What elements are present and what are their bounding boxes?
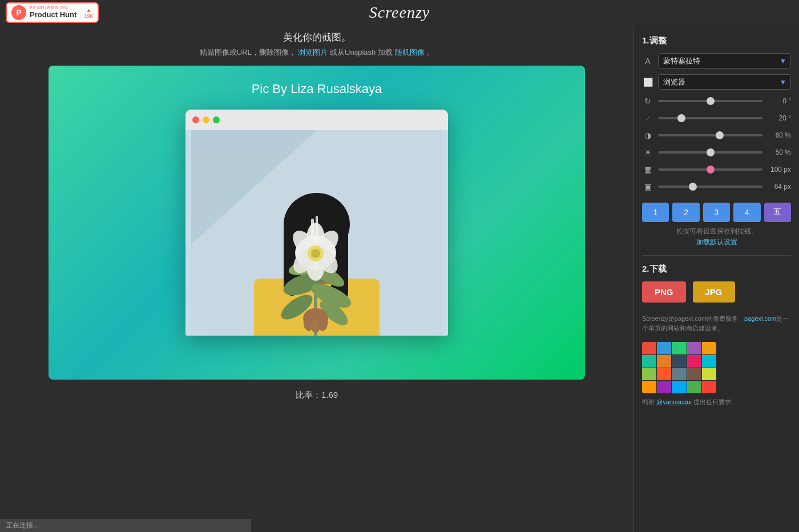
padding-slider-wrap [658, 164, 762, 175]
rotation-value: 0 ° [767, 97, 791, 105]
ph-arrow: ▲ [86, 7, 91, 13]
thumb-cell[interactable] [657, 342, 671, 354]
load-defaults-link[interactable]: 加载默认设置 [642, 237, 791, 247]
thumb-cell[interactable] [687, 342, 701, 354]
brightness-slider-wrap [658, 147, 762, 158]
font-control-row: A 蒙特塞拉特 ▼ [642, 53, 791, 68]
brightness-icon: ☀ [642, 147, 653, 158]
thumbnail-grid-container [642, 337, 791, 393]
perspective-value: 20 ° [767, 114, 791, 122]
random-link[interactable]: 随机图像 [395, 48, 425, 57]
section2-title: 2.下载 [642, 264, 791, 275]
thumb-cell[interactable] [687, 368, 701, 381]
preset-btn-1[interactable]: 1 [642, 203, 669, 222]
jpg-button[interactable]: JPG [693, 281, 735, 303]
thumb-cell[interactable] [657, 368, 671, 381]
close-dot [192, 116, 199, 123]
pagexl-link[interactable]: pagexl.com [744, 315, 776, 322]
thumb-cell[interactable] [702, 368, 716, 381]
shoutout: 鸣谢 @yannougui 提出任何要求。 [642, 398, 791, 406]
font-select[interactable]: 蒙特塞拉特 [658, 53, 791, 68]
contrast-icon: ◑ [642, 130, 653, 141]
ratio-label: 比率：1.69 [296, 390, 338, 401]
browser-frame [185, 110, 448, 336]
ph-logo: P [11, 5, 26, 20]
device-select-wrap: 浏览器 ▼ [658, 74, 791, 90]
device-control-row: ⬜ 浏览器 ▼ [642, 74, 791, 90]
svg-point-26 [311, 249, 320, 258]
thumb-cell[interactable] [687, 381, 701, 393]
illustration-svg [191, 130, 442, 336]
divider [642, 255, 791, 256]
pic-credit: Pic By Liza Rusalskaya [252, 82, 382, 96]
subtitle: 美化你的截图。 [283, 31, 351, 44]
inner-padding-slider-wrap [658, 181, 762, 192]
thumb-cell[interactable] [702, 355, 716, 368]
status-bar: 正在连接... [0, 519, 251, 532]
thumb-cell[interactable] [672, 342, 686, 354]
contrast-row: ◑ 60 % [642, 130, 791, 141]
maximize-dot [213, 116, 220, 123]
padding-slider[interactable] [658, 168, 762, 171]
thumb-cell[interactable] [642, 355, 656, 368]
inner-padding-slider[interactable] [658, 186, 762, 188]
shoutout-link[interactable]: @yannougui [656, 398, 692, 405]
thumb-cell[interactable] [702, 381, 716, 393]
footer-note: Screenzy是pagexl.com的免费服务，pagexl.com是一个单页… [642, 314, 791, 333]
thumb-cell[interactable] [642, 381, 656, 393]
status-text: 正在连接... [6, 521, 39, 529]
thumb-cell[interactable] [642, 342, 656, 354]
preset-btn-2[interactable]: 2 [672, 203, 699, 222]
rotation-row: ↻ 0 ° [642, 95, 791, 107]
device-icon: ⬜ [642, 76, 653, 88]
contrast-slider[interactable] [658, 134, 762, 136]
right-panel: 1.调整 A 蒙特塞拉特 ▼ ⬜ 浏览器 ▼ ↻ [633, 25, 799, 532]
inner-padding-icon: ▣ [642, 181, 653, 192]
thumb-cell[interactable] [702, 342, 716, 354]
rotation-slider-wrap [658, 95, 762, 107]
shoutout-end: 提出任何要求。 [693, 398, 737, 405]
minimize-dot [203, 116, 209, 123]
rotation-icon: ↻ [642, 95, 653, 107]
thumb-cell[interactable] [642, 368, 656, 381]
thumb-cell[interactable] [687, 355, 701, 368]
app-title: Screenzy [369, 3, 430, 22]
instructions-text: 粘贴图像或URL，删除图像， [200, 48, 296, 57]
brightness-slider[interactable] [658, 151, 762, 154]
product-hunt-badge[interactable]: P FEATURED ON Product Hunt ▲ 19K [6, 2, 99, 23]
ph-count-val: 19K [84, 13, 93, 19]
ph-name: Product Hunt [30, 11, 76, 19]
thumb-cell[interactable] [672, 355, 686, 368]
preset-btn-5[interactable]: 五 [764, 203, 791, 222]
rotation-slider[interactable] [658, 100, 762, 102]
preset-row: 1 2 3 4 五 [642, 203, 791, 222]
png-button[interactable]: PNG [642, 281, 686, 303]
thumb-cell[interactable] [672, 368, 686, 381]
browse-link[interactable]: 浏览图片 [298, 48, 328, 57]
ph-text: FEATURED ON Product Hunt [30, 6, 76, 19]
download-row: PNG JPG [642, 281, 791, 303]
preset-btn-4[interactable]: 4 [733, 203, 760, 222]
contrast-value: 60 % [767, 131, 791, 139]
perspective-slider[interactable] [658, 117, 762, 119]
thumb-cell[interactable] [657, 355, 671, 368]
font-icon: A [642, 55, 653, 67]
top-bar: P FEATURED ON Product Hunt ▲ 19K Screenz… [0, 0, 799, 25]
preview-container: Pic By Liza Rusalskaya [49, 66, 585, 380]
brightness-value: 50 % [767, 148, 791, 156]
preset-btn-3[interactable]: 3 [703, 203, 730, 222]
section1-title: 1.调整 [642, 35, 791, 46]
preset-hint: 长按可将设置保存到按钮。 [642, 227, 791, 236]
inner-padding-value: 64 px [767, 183, 791, 191]
brightness-row: ☀ 50 % [642, 147, 791, 158]
padding-icon: ▦ [642, 164, 653, 175]
device-select[interactable]: 浏览器 [658, 74, 791, 90]
thumb-cell[interactable] [672, 381, 686, 393]
padding-value: 100 px [767, 166, 791, 174]
font-select-wrap: 蒙特塞拉特 ▼ [658, 53, 791, 68]
shoutout-text: 鸣谢 [642, 398, 655, 405]
thumb-cell[interactable] [657, 381, 671, 393]
or-text: 或从Unsplash 加载 [330, 48, 393, 57]
thumbnail-grid [642, 342, 716, 393]
canvas-area: 美化你的截图。 粘贴图像或URL，删除图像， 浏览图片 或从Unsplash 加… [0, 25, 633, 532]
